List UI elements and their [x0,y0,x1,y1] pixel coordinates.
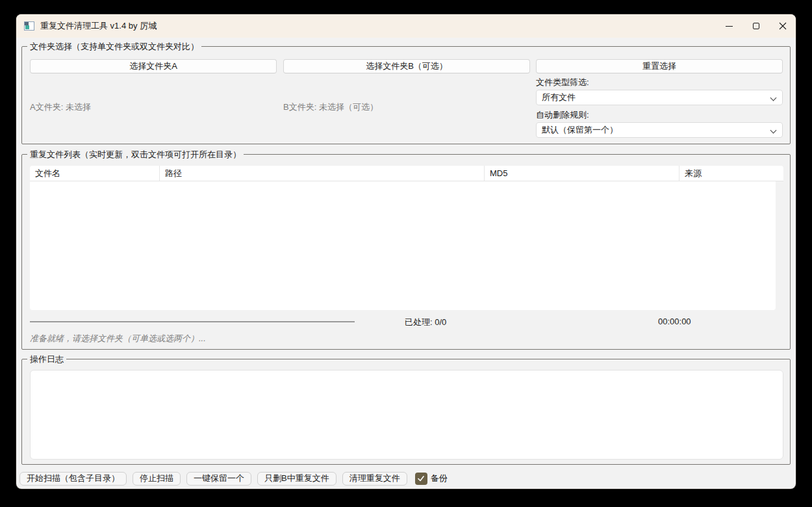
stop-scan-button[interactable]: 停止扫描 [133,472,181,486]
file-table-body[interactable] [30,181,776,310]
folder-b-status: B文件夹: 未选择（可选） [283,101,378,113]
action-bar: 开始扫描（包含子目录） 停止扫描 一键保留一个 只删B中重复文件 清理重复文件 … [19,471,448,486]
column-header-path[interactable]: 路径 [160,166,485,181]
processed-count: 已处理: 0/0 [405,317,446,328]
window-title: 重复文件清理工具 v1.4 by 厉城 [40,20,157,32]
chevron-down-icon [771,96,776,101]
folder-selection-group-title: 文件夹选择（支持单文件夹或双文件夹对比） [27,41,201,52]
backup-checkbox-wrap[interactable]: 备份 [415,473,448,485]
maximize-button[interactable] [742,14,769,38]
minimize-button[interactable] [716,14,742,38]
backup-checkbox[interactable] [415,473,427,485]
column-header-md5[interactable]: MD5 [485,166,679,181]
window-controls [716,14,796,38]
check-icon [417,474,425,482]
title-bar[interactable]: 重复文件清理工具 v1.4 by 厉城 [16,14,796,38]
app-window: 重复文件清理工具 v1.4 by 厉城 文件夹选择（支持单文件夹或双文件夹对比） [16,14,796,489]
operation-log-group-title: 操作日志 [27,354,66,365]
delete-rule-value: 默认（保留第一个） [542,124,618,136]
elapsed-time: 00:00:00 [658,317,691,326]
chevron-down-icon [771,128,776,133]
reset-selection-button[interactable]: 重置选择 [536,59,783,73]
delete-b-duplicates-button[interactable]: 只删B中重复文件 [257,472,336,486]
close-button[interactable] [769,14,796,38]
file-type-value: 所有文件 [542,92,576,103]
delete-rule-label: 自动删除规则: [536,109,589,121]
file-type-select[interactable]: 所有文件 [536,90,783,105]
file-type-filter-label: 文件类型筛选: [536,77,589,88]
progress-bar [30,321,355,322]
folder-a-status: A文件夹: 未选择 [30,101,91,113]
start-scan-button[interactable]: 开始扫描（包含子目录） [19,472,127,486]
app-icon [24,21,34,31]
minimize-icon [726,26,733,27]
select-folder-b-button[interactable]: 选择文件夹B（可选） [283,59,530,73]
maximize-icon [753,23,759,29]
column-header-source[interactable]: 来源 [679,166,783,181]
file-table-header: 文件名 路径 MD5 来源 [30,166,783,181]
duplicate-list-group: 重复文件列表（实时更新，双击文件项可打开所在目录） 文件名 路径 MD5 来源 … [21,154,791,350]
log-textarea[interactable] [30,370,783,460]
column-header-filename[interactable]: 文件名 [30,166,160,181]
table-scrollbar[interactable] [776,181,783,310]
close-icon [779,22,787,30]
duplicate-list-group-title: 重复文件列表（实时更新，双击文件项可打开所在目录） [27,149,244,160]
keep-one-button[interactable]: 一键保留一个 [186,472,251,486]
delete-rule-select[interactable]: 默认（保留第一个） [536,122,783,138]
select-folder-a-button[interactable]: 选择文件夹A [30,59,277,73]
folder-selection-group: 文件夹选择（支持单文件夹或双文件夹对比） 选择文件夹A 选择文件夹B（可选） 重… [21,46,791,144]
clean-duplicates-button[interactable]: 清理重复文件 [342,472,407,486]
status-message: 准备就绪，请选择文件夹（可单选或选两个）... [30,333,206,344]
backup-checkbox-label: 备份 [431,473,448,484]
desktop-background: 重复文件清理工具 v1.4 by 厉城 文件夹选择（支持单文件夹或双文件夹对比） [0,0,812,507]
operation-log-group: 操作日志 [21,359,791,465]
